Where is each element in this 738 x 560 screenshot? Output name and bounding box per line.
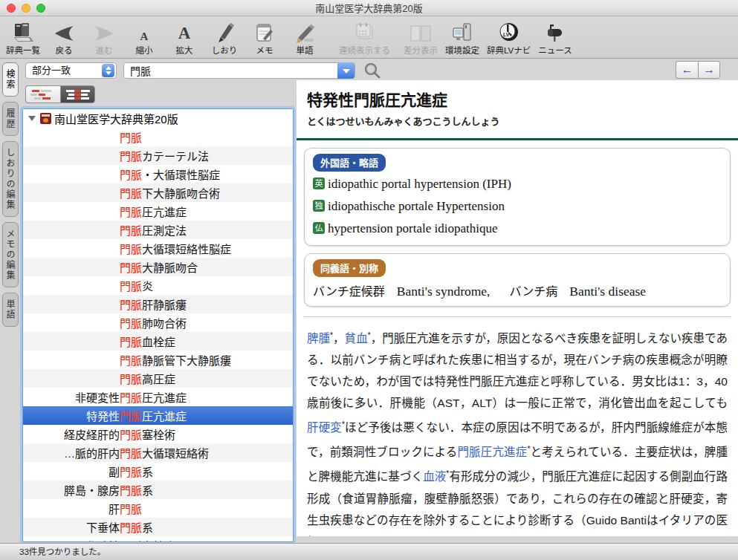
list-item[interactable]: 門脈肺吻合術 xyxy=(23,313,293,332)
result-list: 南山堂医学大辞典第20版 門脈門脈カテーテル法門脈・大循環性脳症門脈下大静脈吻合… xyxy=(22,108,294,542)
toolbar-preferences-button[interactable]: 環境設定 xyxy=(445,19,479,56)
toolbar-label: 連続表示する xyxy=(339,44,390,56)
synonym-box: 同義語・別称 バンチ症候群Banti's syndrome,バンチ病Banti'… xyxy=(304,253,731,307)
entry-nav-buttons: ← → xyxy=(676,61,720,79)
foreign-language-line: 仏hypertension portale idiopathique xyxy=(313,218,722,238)
list-item[interactable]: 門脈圧亢進症 xyxy=(23,202,293,221)
preferences-icon xyxy=(451,19,473,43)
next-entry-button[interactable]: → xyxy=(698,61,720,79)
tab-word[interactable]: 単語 xyxy=(2,293,19,327)
language-badge-icon: 英 xyxy=(313,178,325,189)
article-link[interactable]: 門脈圧亢進症 xyxy=(457,446,527,458)
toolbar-label: 辞典一覧 xyxy=(6,44,40,56)
toolbar-label: 環境設定 xyxy=(445,44,479,56)
toolbar-dictionary-list-button[interactable]: 辞典一覧 xyxy=(6,19,40,56)
toolbar-memo-button[interactable]: メモ xyxy=(248,19,281,56)
toolbar-forward-button[interactable]: 進む xyxy=(88,19,120,56)
section-divider xyxy=(304,316,731,317)
body-text: ， xyxy=(333,332,345,345)
synonym-badge: 同義語・別称 xyxy=(313,259,386,277)
list-item[interactable]: 化膿性門脈血栓症 xyxy=(23,536,293,542)
list-item[interactable]: 門脈血栓症 xyxy=(23,332,293,351)
tab-memo-edit[interactable]: メモの編集 xyxy=(2,222,19,287)
foreign-language-box: 外国語・略語 英idiopathic portal hypertension (… xyxy=(304,148,731,246)
toolbar-word-button[interactable]: 単語 xyxy=(288,19,321,56)
toolbar-continuous-view-button[interactable]: 連続表示する xyxy=(339,19,390,56)
window-title: 南山堂医学大辞典第20版 xyxy=(0,1,738,15)
toolbar-label: 単語 xyxy=(297,44,314,56)
combo-dropdown-button[interactable] xyxy=(337,62,355,79)
list-item[interactable]: 副門脈系 xyxy=(23,462,293,481)
tab-history[interactable]: 履歴 xyxy=(2,102,19,136)
search-button[interactable] xyxy=(363,62,381,82)
dictionary-nav-icon: LV xyxy=(498,19,520,43)
status-bar: 33件見つかりました。 xyxy=(0,543,738,560)
list-item[interactable]: 門脈静脈管下大静脈瘻 xyxy=(23,351,293,369)
disclosure-triangle-icon[interactable] xyxy=(28,116,36,121)
toolbar-bookmark-button[interactable]: しおり xyxy=(208,19,241,56)
list-item[interactable]: 門脈大循環短絡性脳症 xyxy=(23,239,293,258)
tree-root-label: 南山堂医学大辞典第20版 xyxy=(54,111,178,126)
foreign-language-line: 独idiopathische portale Hypertension xyxy=(313,196,722,216)
list-item[interactable]: 肝門脈 xyxy=(23,499,293,518)
forward-arrow-icon xyxy=(93,19,115,43)
title-divider xyxy=(297,138,738,140)
list-item[interactable]: 門脈・大循環性脳症 xyxy=(23,165,293,183)
back-arrow-icon xyxy=(53,19,75,43)
search-input[interactable] xyxy=(124,63,338,78)
article-link[interactable]: 肝硬変 xyxy=(307,421,342,434)
tab-bookmark-edit[interactable]: しおりの編集 xyxy=(2,141,19,217)
toolbar-news-button[interactable]: ニュース xyxy=(538,19,572,56)
list-item[interactable]: 門脈高圧症 xyxy=(23,369,293,388)
match-mode-select[interactable]: 部分一致 xyxy=(25,62,117,79)
list-item[interactable]: 門脈下大静脈吻合術 xyxy=(23,183,293,202)
books-icon xyxy=(12,19,34,43)
list-item[interactable]: 非硬変性門脈圧亢進症 xyxy=(23,388,293,406)
status-text: 33件見つかりました。 xyxy=(19,547,106,556)
list-style-scattered-icon xyxy=(30,88,56,100)
toolbar-label: 縮小 xyxy=(136,44,153,56)
tab-search[interactable]: 検索 xyxy=(2,62,19,97)
article-title: 特発性門脈圧亢進症 xyxy=(307,88,728,110)
list-view-toggle-normal[interactable] xyxy=(25,85,60,103)
toolbar-enlarge-font-button[interactable]: A 拡大 xyxy=(168,19,201,56)
list-item[interactable]: 門脈大静脈吻合 xyxy=(23,258,293,276)
language-badge-icon: 仏 xyxy=(313,222,325,234)
list-view-toggles xyxy=(25,85,95,103)
continuous-view-icon xyxy=(353,19,377,43)
article-link[interactable]: 血液 xyxy=(423,471,446,484)
list-item[interactable]: 特発性門脈圧亢進症 xyxy=(23,406,293,425)
prev-entry-button[interactable]: ← xyxy=(676,61,698,79)
list-view-toggle-aligned[interactable] xyxy=(60,85,95,103)
search-icon xyxy=(363,62,381,79)
article-reading: とくはつせいもんみゃくあつこうしんしょう xyxy=(307,114,728,128)
list-item[interactable]: 下垂体門脈系 xyxy=(23,518,293,536)
list-item[interactable]: 門脈 xyxy=(23,128,293,146)
article-link[interactable]: 脾腫 xyxy=(307,332,330,345)
list-item[interactable]: 膵島・腺房門脈系 xyxy=(23,481,293,499)
list-item[interactable]: 門脈圧測定法 xyxy=(23,221,293,239)
list-item[interactable]: …脈的肝内門脈大循環短絡術 xyxy=(23,443,293,462)
app-window: 南山堂医学大辞典第20版 辞典一覧 戻る 進む A 縮小 A 拡大 xyxy=(0,0,738,560)
article-body: 脾腫*，貧血*，門脈圧亢進を示すが，原因となるべき疾患を証明しえない疾患である．… xyxy=(297,325,738,536)
toolbar-diff-view-button[interactable]: 差分表示 xyxy=(404,19,438,56)
toolbar-shrink-font-button[interactable]: A 縮小 xyxy=(128,19,161,56)
list-item[interactable]: 門脈炎 xyxy=(23,276,293,295)
tree-root-row[interactable]: 南山堂医学大辞典第20版 xyxy=(23,109,293,128)
dictionary-book-icon xyxy=(40,113,51,124)
toolbar-back-button[interactable]: 戻る xyxy=(48,19,80,56)
match-mode-value: 部分一致 xyxy=(32,65,71,76)
body-text: ，門脈圧亢進を示すが，原因となるべき疾患を証明しえない疾患である．以前バンチ病と… xyxy=(307,332,728,409)
back-arrow-icon: ← xyxy=(682,63,693,76)
language-badge-icon: 独 xyxy=(313,200,325,212)
synonym-term: Banti's disease xyxy=(569,284,646,299)
list-item[interactable]: 門脈カテーテル法 xyxy=(23,146,293,165)
list-item[interactable]: 経皮経肝的門脈塞栓術 xyxy=(23,425,293,443)
foreign-language-line: 英idiopathic portal hypertension (IPH) xyxy=(313,174,722,194)
article-link[interactable]: 貧血 xyxy=(345,332,368,345)
list-item[interactable]: 門脈肝静脈瘻 xyxy=(23,295,293,313)
toolbar-label: 差分表示 xyxy=(404,44,438,56)
toolbar-dictionary-nav-button[interactable]: LV 辞典LVナビ xyxy=(487,19,531,56)
toolbar: 辞典一覧 戻る 進む A 縮小 A 拡大 しおり xyxy=(0,16,738,59)
font-larger-icon: A xyxy=(178,19,191,43)
